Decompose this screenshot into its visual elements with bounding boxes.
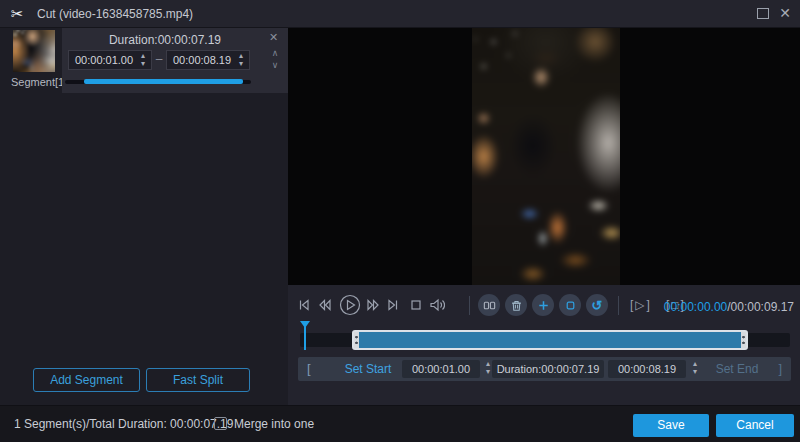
delete-segment-toolbar-icon[interactable] bbox=[505, 294, 527, 316]
trim-end-time-field[interactable]: 00:00:08.19 bbox=[608, 360, 686, 378]
reset-glyph[interactable]: ↺ bbox=[592, 299, 603, 312]
set-end-button[interactable]: Set End bbox=[706, 362, 768, 376]
move-segment-down-icon[interactable]: ∨ bbox=[268, 60, 282, 70]
reset-icon[interactable]: ↺ bbox=[586, 294, 608, 316]
delete-segment-icon[interactable]: ✕ bbox=[269, 31, 278, 44]
scissors-icon: ✂ bbox=[11, 5, 24, 23]
segment-label: Segment[1] bbox=[11, 76, 67, 88]
volume-icon[interactable] bbox=[429, 297, 445, 313]
open-bracket: [ bbox=[307, 361, 311, 376]
segment-panel: Segment[1] Duration:00:00:07.19 00:00:01… bbox=[0, 28, 288, 405]
time-display: 00:00:00.00/00:00:09.17 bbox=[664, 300, 794, 314]
move-segment-up-icon[interactable]: ∧ bbox=[268, 48, 282, 58]
segment-end-time-field[interactable]: 00:00:08.19 ▴ ▾ bbox=[166, 50, 250, 70]
play-segment-icon[interactable]: [▷] bbox=[630, 298, 652, 312]
add-segment-icon[interactable] bbox=[532, 294, 554, 316]
segment-thumbnail[interactable] bbox=[13, 30, 55, 72]
selection-end-handle[interactable] bbox=[741, 332, 746, 348]
trim-start-time-field[interactable]: 00:00:01.00 bbox=[402, 360, 480, 378]
trim-end-stepper[interactable]: ▴ ▾ bbox=[689, 360, 701, 376]
split-segment-icon[interactable] bbox=[478, 294, 500, 316]
trim-duration-label: Duration:00:00:07.19 bbox=[492, 360, 604, 378]
step-backward-icon[interactable] bbox=[317, 297, 333, 313]
total-time: 00:00:09.17 bbox=[731, 300, 794, 314]
segment-summary: 1 Segment(s)/Total Duration: 00:00:07.19 bbox=[14, 417, 233, 431]
segment-start-time-stepper[interactable]: ▴ ▾ bbox=[137, 52, 149, 68]
segment-editor: Duration:00:00:07.19 00:00:01.00 ▴ ▾ – 0… bbox=[62, 28, 288, 93]
segment-end-time-value[interactable]: 00:00:08.19 bbox=[173, 54, 231, 66]
selection-start-handle[interactable] bbox=[354, 332, 359, 348]
close-icon[interactable]: ✕ bbox=[779, 5, 791, 21]
fast-split-button[interactable]: Fast Split bbox=[146, 368, 250, 392]
stepper-down-icon[interactable]: ▾ bbox=[235, 60, 247, 68]
video-preview-area bbox=[288, 28, 800, 285]
player-controls: ↺ [▷] [□] 00:00:00.00/00:00:09.17 [ Set … bbox=[288, 285, 800, 405]
video-frame-image bbox=[472, 28, 620, 285]
toolbar-divider bbox=[618, 296, 619, 315]
close-bracket: ] bbox=[778, 361, 782, 376]
segment-thumbnail-image bbox=[13, 30, 55, 72]
video-preview bbox=[472, 28, 620, 285]
segment-start-time-field[interactable]: 00:00:01.00 ▴ ▾ bbox=[68, 50, 152, 70]
cancel-button[interactable]: Cancel bbox=[716, 414, 794, 437]
timeline-selection[interactable] bbox=[352, 330, 748, 350]
stepper-down-icon[interactable]: ▾ bbox=[137, 60, 149, 68]
play-icon[interactable] bbox=[339, 294, 361, 316]
segment-duration-label: Duration:00:00:07.19 bbox=[62, 33, 268, 47]
merge-checkbox[interactable] bbox=[214, 417, 227, 430]
window-title: Cut (video-1638458785.mp4) bbox=[37, 7, 193, 21]
trim-bar: [ Set Start 00:00:01.00 ▴ ▾ Duration:00:… bbox=[298, 357, 791, 381]
segment-start-time-value[interactable]: 00:00:01.00 bbox=[75, 54, 133, 66]
title-bar: ✂ Cut (video-1638458785.mp4) ✕ bbox=[0, 0, 800, 28]
segment-range-fill[interactable] bbox=[84, 79, 243, 84]
stepper-down-icon[interactable]: ▾ bbox=[689, 368, 701, 376]
copy-segment-icon[interactable] bbox=[559, 294, 581, 316]
toolbar-divider bbox=[469, 296, 470, 315]
time-range-dash: – bbox=[153, 52, 165, 66]
add-segment-button[interactable]: Add Segment bbox=[33, 368, 140, 392]
stop-icon[interactable] bbox=[408, 297, 424, 313]
merge-label: Merge into one bbox=[234, 417, 314, 431]
skip-to-end-icon[interactable] bbox=[385, 297, 401, 313]
segment-end-time-stepper[interactable]: ▴ ▾ bbox=[235, 52, 247, 68]
footer-bar: 1 Segment(s)/Total Duration: 00:00:07.19… bbox=[0, 405, 800, 442]
save-button[interactable]: Save bbox=[633, 414, 709, 437]
current-time: 00:00:00.00 bbox=[664, 300, 727, 314]
fast-forward-icon[interactable] bbox=[365, 297, 381, 313]
playhead-line[interactable] bbox=[304, 326, 306, 350]
skip-to-start-icon[interactable] bbox=[296, 297, 312, 313]
maximize-button[interactable] bbox=[757, 8, 769, 19]
